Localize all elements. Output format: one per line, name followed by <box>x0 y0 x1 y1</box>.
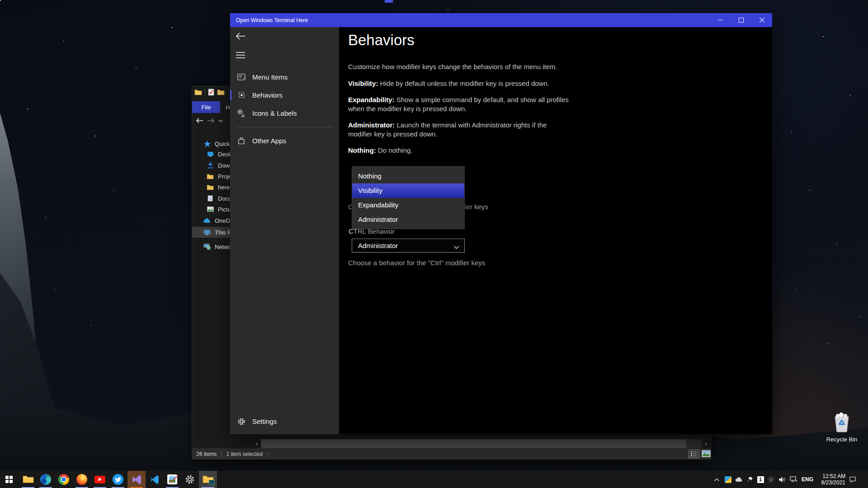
taskbar-chrome[interactable] <box>55 471 73 488</box>
tray-volume[interactable] <box>778 471 786 488</box>
onedrive-cloud-icon <box>203 218 211 223</box>
onedrive-cloud-icon <box>735 477 743 482</box>
scroll-right-arrow[interactable]: › <box>702 439 710 448</box>
explorer-nav-buttons <box>196 114 223 127</box>
ctrl-behavior-combobox[interactable]: Administrator <box>352 239 465 253</box>
settings-sidebar: Menu Items Behaviors A Icons & Labels Ot… <box>230 27 339 434</box>
tab-file[interactable]: File <box>192 101 220 113</box>
nothing-description: Nothing: Do nothing. <box>348 146 601 155</box>
intro-text: Customize how modifier keys change the b… <box>348 62 601 71</box>
edge-icon <box>40 474 51 485</box>
expandability-description: Expandability: Show a simple command by … <box>348 95 601 113</box>
action-center-button[interactable] <box>848 471 857 488</box>
horizontal-scrollbar-thumb[interactable] <box>261 439 686 448</box>
taskbar-terminal-folder[interactable]: >_ <box>199 471 217 488</box>
chrome-icon <box>58 474 69 485</box>
desktop-icon <box>206 151 214 157</box>
maximize-button[interactable] <box>731 13 751 27</box>
administrator-description: Administrator: Launch the terminal with … <box>348 121 601 138</box>
folder-icon[interactable] <box>194 89 202 95</box>
translate-icon: A <box>237 109 246 117</box>
dropdown-option-nothing[interactable]: Nothing <box>352 169 464 183</box>
taskbar-firefox[interactable] <box>73 471 91 488</box>
hamburger-icon <box>236 52 245 58</box>
horizontal-scrollbar-track[interactable] <box>261 439 702 448</box>
taskbar-vscode[interactable] <box>146 471 164 488</box>
selection-count: 1 item selected <box>226 451 263 457</box>
taskbar-file-explorer[interactable] <box>19 471 37 488</box>
taskbar-photos[interactable] <box>163 471 181 488</box>
recycle-bin-label: Recycle Bin <box>824 436 860 443</box>
tray-onedrive[interactable] <box>735 471 743 488</box>
svg-text:A: A <box>242 113 245 117</box>
settings-gear-icon <box>185 474 195 484</box>
explorer-status-bar: 26 items | 1 item selected | <box>192 448 711 460</box>
visual-studio-icon <box>132 474 142 485</box>
tray-badge[interactable]: 1 <box>757 471 764 488</box>
badge-count: 1 <box>757 476 764 483</box>
chevron-up-icon <box>714 478 720 482</box>
network-icon <box>790 476 797 483</box>
scroll-left-arrow[interactable]: ‹ <box>253 439 260 448</box>
sidebar-item-other-apps[interactable]: Other Apps <box>230 134 339 148</box>
bag-icon <box>237 137 246 145</box>
folder-icon[interactable] <box>217 89 225 95</box>
close-button[interactable] <box>751 13 772 27</box>
sidebar-item-icons-labels[interactable]: A Icons & Labels <box>230 106 339 120</box>
vscode-icon <box>150 474 160 485</box>
folder-icon <box>206 184 214 190</box>
hamburger-menu-button[interactable] <box>236 52 246 59</box>
recycle-bin[interactable]: Recycle Bin <box>824 411 860 443</box>
dropdown-option-administrator[interactable]: Administrator <box>352 212 464 227</box>
action-center-icon <box>849 476 857 483</box>
folder-icon <box>206 174 214 179</box>
back-arrow-icon <box>236 33 245 40</box>
taskbar-youtube[interactable] <box>91 471 109 488</box>
tray-network[interactable] <box>790 471 797 488</box>
thumbnail-view-icon[interactable] <box>702 450 711 457</box>
checklist-icon[interactable] <box>208 89 214 96</box>
firefox-icon <box>76 474 87 485</box>
pin-icon <box>747 476 753 483</box>
minimize-button[interactable] <box>710 13 731 27</box>
sidebar-item-menu-items[interactable]: Menu Items <box>230 70 339 84</box>
chevron-down-icon <box>453 243 459 251</box>
color-app-icon <box>725 476 731 483</box>
titlebar[interactable]: Open Windows Terminal Here <box>230 13 772 27</box>
back-arrow-icon[interactable] <box>196 118 203 123</box>
tray-chevron-up[interactable] <box>713 471 720 488</box>
computer-icon <box>203 230 211 235</box>
pictures-icon <box>206 206 214 212</box>
start-button[interactable] <box>0 471 18 488</box>
settings-window: Open Windows Terminal Here Menu Items Be… <box>230 13 772 434</box>
forward-arrow-icon[interactable] <box>207 118 215 123</box>
quick-access-toolbar <box>194 89 225 96</box>
tray-color-app[interactable] <box>724 471 731 488</box>
taskbar-edge[interactable] <box>37 471 55 488</box>
sidebar-item-settings[interactable]: Settings <box>230 414 339 428</box>
taskbar-settings[interactable] <box>181 471 199 488</box>
dropdown-option-visibility[interactable]: Visibility <box>352 183 464 198</box>
sidebar-item-behaviors[interactable]: Behaviors <box>230 88 339 102</box>
taskbar-visual-studio[interactable] <box>127 471 146 488</box>
page-title: Behaviors <box>348 32 415 49</box>
taskbar-twitter[interactable] <box>109 471 127 488</box>
settings-page: Behaviors Customize how modifier keys ch… <box>339 27 772 434</box>
quick-access-star-icon <box>203 141 211 147</box>
back-button[interactable] <box>236 33 247 43</box>
downloads-icon <box>206 162 214 169</box>
chevron-down-icon[interactable] <box>218 119 223 122</box>
taskbar-clock[interactable]: 12:52 AM 6/23/2021 <box>814 471 846 488</box>
tray-brightness[interactable] <box>767 471 774 488</box>
dropdown-option-expandability[interactable]: Expandability <box>352 198 464 212</box>
page-description: Customize how modifier keys change the b… <box>348 62 601 163</box>
photos-icon <box>167 474 177 484</box>
star-field-dim <box>0 0 0 0</box>
items-count: 26 items <box>196 451 217 457</box>
shift-behavior-dropdown-flyout: Nothing Visibility Expandability Adminis… <box>352 166 465 229</box>
language-indicator[interactable]: ENG <box>800 471 815 488</box>
tray-pin[interactable] <box>747 471 753 488</box>
toolbar-separator <box>205 89 205 95</box>
brightness-icon <box>768 476 774 483</box>
details-view-icon[interactable] <box>689 450 699 458</box>
